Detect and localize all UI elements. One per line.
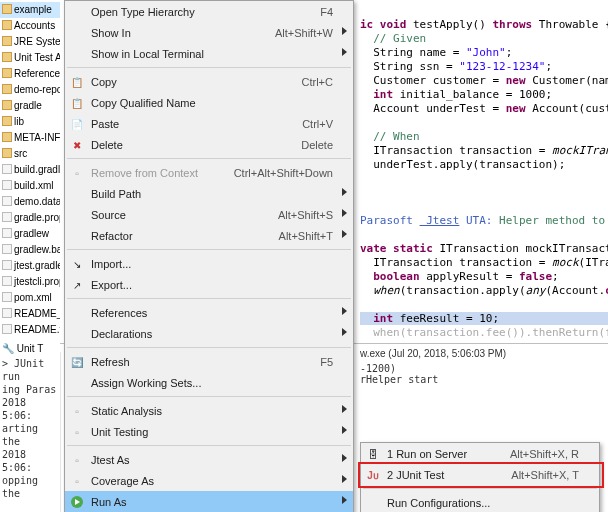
menu-item-refactor[interactable]: RefactorAlt+Shift+T: [65, 225, 353, 246]
refresh-icon: 🔄: [69, 354, 85, 370]
menu-accelerator: Alt+Shift+X, R: [510, 448, 579, 460]
sa-icon: ▫: [69, 403, 85, 419]
tree-item[interactable]: pom.xml: [0, 290, 60, 306]
menu-label: Refactor: [91, 230, 255, 242]
submenu-arrow-icon: [342, 328, 347, 336]
tree-item[interactable]: README_ja.: [0, 306, 60, 322]
menu-item-unit-testing[interactable]: ▫Unit Testing: [65, 421, 353, 442]
tree-item[interactable]: Referenced: [0, 66, 60, 82]
menu-item-import[interactable]: ↘Import...: [65, 253, 353, 274]
server-icon: 🗄: [365, 446, 381, 462]
menu-accelerator: Alt+Shift+S: [278, 209, 333, 221]
menu-label: 2 JUnit Test: [387, 469, 487, 481]
menu-item-delete[interactable]: ✖DeleteDelete: [65, 134, 353, 155]
menu-accelerator: F4: [320, 6, 333, 18]
menu-item-coverage-as[interactable]: ▫Coverage As: [65, 470, 353, 491]
menu-label: Open Type Hierarchy: [91, 6, 296, 18]
copy-icon: 📋: [69, 74, 85, 90]
menu-label: Show In: [91, 27, 251, 39]
tree-item[interactable]: gradlew: [0, 226, 60, 242]
menu-label: 1 Run on Server: [387, 448, 486, 460]
submenu-arrow-icon: [342, 475, 347, 483]
submenu-arrow-icon: [342, 426, 347, 434]
menu-item-show-in[interactable]: Show InAlt+Shift+W: [65, 22, 353, 43]
menu-label: Static Analysis: [91, 405, 333, 417]
context-menu[interactable]: Open Type HierarchyF4Show InAlt+Shift+WS…: [64, 0, 354, 512]
menu-accelerator: Delete: [301, 139, 333, 151]
menu-label: Delete: [91, 139, 277, 151]
menu-label: Copy: [91, 76, 278, 88]
menu-item-build-path[interactable]: Build Path: [65, 183, 353, 204]
menu-accelerator: Ctrl+C: [302, 76, 333, 88]
console-title: w.exe (Jul 20, 2018, 5:06:03 PM): [360, 348, 604, 363]
import-icon: ↘: [69, 256, 85, 272]
menu-label: Paste: [91, 118, 278, 130]
menu-item-1-run-on-server[interactable]: 🗄1 Run on ServerAlt+Shift+X, R: [361, 443, 599, 464]
export-icon: ↗: [69, 277, 85, 293]
menu-item-assign-working-sets[interactable]: Assign Working Sets...: [65, 372, 353, 393]
submenu-arrow-icon: [342, 48, 347, 56]
menu-label: Run Configurations...: [387, 497, 579, 509]
menu-item-copy-qualified-name[interactable]: 📋Copy Qualified Name: [65, 92, 353, 113]
menu-label: References: [91, 307, 333, 319]
delete-icon: ✖: [69, 137, 85, 153]
submenu-arrow-icon: [342, 496, 347, 504]
remove-icon: ▫: [69, 165, 85, 181]
menu-item-jtest-as[interactable]: ▫Jtest As: [65, 449, 353, 470]
menu-item-static-analysis[interactable]: ▫Static Analysis: [65, 400, 353, 421]
tree-item[interactable]: gradle.props: [0, 210, 60, 226]
tree-item[interactable]: META-INF: [0, 130, 60, 146]
tree-item[interactable]: gradlew.bat: [0, 242, 60, 258]
submenu-arrow-icon: [342, 188, 347, 196]
left-console: 🔧 Unit T > JUnit run ing Paras 2018 5:06…: [0, 340, 64, 500]
menu-item-paste[interactable]: 📄PasteCtrl+V: [65, 113, 353, 134]
tree-item[interactable]: Accounts: [0, 18, 60, 34]
menu-label: Export...: [91, 279, 333, 291]
run-as-submenu[interactable]: 🗄1 Run on ServerAlt+Shift+X, RJᴜ2 JUnit …: [360, 442, 600, 512]
menu-item-export[interactable]: ↗Export...: [65, 274, 353, 295]
menu-label: Copy Qualified Name: [91, 97, 333, 109]
tree-item[interactable]: build.gradle: [0, 162, 60, 178]
menu-item-run-configurations[interactable]: Run Configurations...: [361, 492, 599, 512]
tree-item[interactable]: Unit Test As: [0, 50, 60, 66]
menu-item-open-type-hierarchy[interactable]: Open Type HierarchyF4: [65, 1, 353, 22]
menu-label: Show in Local Terminal: [91, 48, 333, 60]
menu-accelerator: Ctrl+Alt+Shift+Down: [234, 167, 333, 179]
menu-item-references[interactable]: References: [65, 302, 353, 323]
menu-item-source[interactable]: SourceAlt+Shift+S: [65, 204, 353, 225]
menu-accelerator: F5: [320, 356, 333, 368]
menu-label: Jtest As: [91, 454, 333, 466]
menu-label: Run As: [91, 496, 333, 508]
copyq-icon: 📋: [69, 95, 85, 111]
tree-item[interactable]: example: [0, 2, 60, 18]
tree-item[interactable]: jtestcli.prop: [0, 274, 60, 290]
tree-item[interactable]: demo-repo: [0, 82, 60, 98]
menu-item-run-as[interactable]: Run As: [65, 491, 353, 512]
menu-item-copy[interactable]: 📋CopyCtrl+C: [65, 71, 353, 92]
tree-item[interactable]: lib: [0, 114, 60, 130]
menu-item-remove-from-context: ▫Remove from ContextCtrl+Alt+Shift+Down: [65, 162, 353, 183]
menu-accelerator: Alt+Shift+W: [275, 27, 333, 39]
tree-item[interactable]: README.txt: [0, 322, 60, 338]
submenu-arrow-icon: [342, 405, 347, 413]
menu-label: Import...: [91, 258, 333, 270]
tree-item[interactable]: JRE System L: [0, 34, 60, 50]
code: ic void: [360, 18, 406, 31]
menu-item-show-in-local-terminal[interactable]: Show in Local Terminal: [65, 43, 353, 64]
menu-label: Refresh: [91, 356, 296, 368]
tree-item[interactable]: jtest.gradle: [0, 258, 60, 274]
tree-item[interactable]: src: [0, 146, 60, 162]
submenu-arrow-icon: [342, 27, 347, 35]
tree-item[interactable]: build.xml: [0, 178, 60, 194]
menu-item-2-junit-test[interactable]: Jᴜ2 JUnit TestAlt+Shift+X, T: [361, 464, 599, 485]
menu-item-declarations[interactable]: Declarations: [65, 323, 353, 344]
tree-item[interactable]: demo.data.js: [0, 194, 60, 210]
submenu-arrow-icon: [342, 307, 347, 315]
tree-item[interactable]: gradle: [0, 98, 60, 114]
submenu-arrow-icon: [342, 230, 347, 238]
menu-accelerator: Alt+Shift+T: [279, 230, 333, 242]
submenu-arrow-icon: [342, 454, 347, 462]
menu-item-refresh[interactable]: 🔄RefreshF5: [65, 351, 353, 372]
menu-label: Build Path: [91, 188, 333, 200]
ut-icon: ▫: [69, 424, 85, 440]
